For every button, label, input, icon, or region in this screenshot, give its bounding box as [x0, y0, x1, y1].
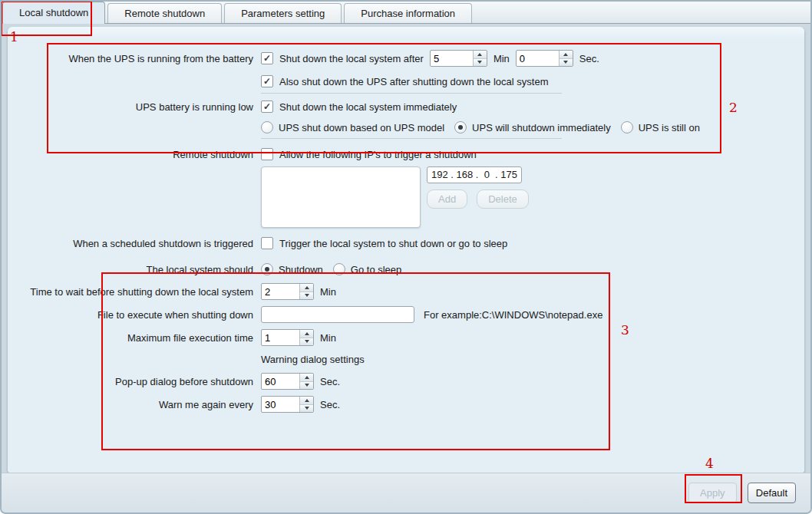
also-shutdown-row: ✓ Also shut down the UPS after shutting … — [8, 75, 804, 87]
tab-parameters-setting[interactable]: Parameters setting — [224, 3, 342, 23]
check-icon: ✓ — [263, 76, 271, 87]
footer-bar: Apply Default — [2, 473, 810, 512]
spin-down-icon[interactable] — [300, 292, 313, 300]
spin-up-icon[interactable] — [300, 284, 313, 292]
spin-up-icon[interactable] — [559, 51, 573, 58]
ups-behavior-radio-row: UPS shut down based on UPS model UPS wil… — [8, 121, 804, 133]
spin-down-icon[interactable] — [300, 338, 313, 346]
spin-up-icon[interactable] — [474, 51, 487, 58]
warning-header-row: Warning dialog settings — [8, 354, 804, 365]
file-example-hint: For example:C:\WINDOWS\notepad.exe — [424, 309, 602, 321]
ip-list-row: 192 . 168 . 0 . 175 Add Delete — [8, 166, 804, 228]
minutes-unit-label: Min — [493, 53, 510, 64]
radio-dot-icon — [265, 267, 269, 272]
ups-immediate-radio[interactable] — [454, 121, 467, 133]
also-shutdown-ups-label: Also shut down the UPS after shutting do… — [279, 76, 548, 87]
warn-again-row: Warn me again every Sec. — [8, 396, 804, 413]
shutdown-immediately-label: Shut down the local system immediately — [279, 101, 457, 113]
max-exec-unit-label: Min — [320, 332, 336, 344]
seconds-unit-label: Sec. — [579, 53, 599, 64]
popup-unit-label: Sec. — [320, 376, 340, 387]
allow-ip-checkbox[interactable] — [261, 148, 273, 160]
tab-local-shutdown[interactable]: Local shutdown — [2, 2, 105, 24]
ups-immediate-radio-label: UPS will shutdown immediately — [472, 122, 611, 133]
shutdown-immediately-checkbox[interactable]: ✓ — [261, 100, 273, 113]
popup-spinner — [261, 373, 314, 390]
battery-section-label: When the UPS is running from the battery — [8, 53, 261, 64]
ups-still-on-radio[interactable] — [621, 121, 633, 133]
spin-down-icon[interactable] — [559, 58, 573, 67]
spin-up-icon[interactable] — [300, 374, 313, 381]
tab-bar: Local shutdown Remote shutdown Parameter… — [2, 2, 810, 24]
system-should-label: The local system should — [8, 264, 261, 275]
wait-time-row: Time to wait before shutting down the lo… — [8, 283, 804, 300]
popup-dialog-label: Pop-up dialog before shutdown — [8, 376, 261, 387]
ip-address-field[interactable]: 192 . 168 . 0 . 175 — [427, 166, 522, 183]
spin-up-icon[interactable] — [300, 397, 313, 404]
warn-again-unit-label: Sec. — [320, 399, 340, 410]
scheduled-trigger-row: When a scheduled shutdown is triggered T… — [8, 237, 804, 249]
local-shutdown-panel: When the UPS is running from the battery… — [8, 27, 804, 473]
shutdown-radio-label: Shutdown — [279, 264, 323, 275]
warn-again-spinner — [261, 396, 314, 413]
file-execute-input[interactable] — [261, 306, 414, 323]
battery-low-section-label: UPS battery is running low — [8, 101, 261, 113]
spin-up-icon[interactable] — [300, 330, 313, 338]
battery-low-row: UPS battery is running low ✓ Shut down t… — [8, 100, 804, 113]
go-to-sleep-radio[interactable] — [333, 263, 345, 275]
ups-model-radio[interactable] — [261, 121, 273, 133]
check-icon: ✓ — [263, 101, 271, 112]
max-exec-spinner — [261, 329, 314, 346]
wait-time-input[interactable] — [262, 284, 299, 299]
separator — [261, 138, 562, 139]
warning-settings-header: Warning dialog settings — [261, 354, 365, 365]
app-window: Local shutdown Remote shutdown Parameter… — [0, 0, 812, 514]
go-to-sleep-radio-label: Go to sleep — [351, 264, 402, 275]
spin-down-icon[interactable] — [474, 58, 487, 67]
ups-model-radio-label: UPS shut down based on UPS model — [279, 122, 444, 133]
shutdown-after-checkbox[interactable]: ✓ — [261, 52, 273, 64]
seconds-spinner — [516, 50, 573, 67]
battery-shutdown-row: When the UPS is running from the battery… — [8, 50, 804, 67]
ups-still-on-radio-label: UPS is still on — [639, 122, 700, 133]
max-exec-label: Maximum file execution time — [8, 332, 261, 344]
trigger-local-label: Trigger the local system to shut down or… — [279, 238, 507, 249]
minutes-spinner — [430, 50, 487, 67]
max-exec-input[interactable] — [262, 330, 299, 345]
check-icon: ✓ — [263, 53, 271, 64]
radio-dot-icon — [458, 125, 463, 130]
remote-section-label: Remote shutdown — [8, 149, 261, 160]
minutes-input[interactable] — [431, 51, 473, 66]
spin-down-icon[interactable] — [300, 381, 313, 390]
popup-input[interactable] — [262, 374, 299, 389]
trigger-local-checkbox[interactable] — [261, 237, 273, 249]
file-execute-label: File to execute when shutting down — [8, 309, 261, 321]
max-exec-row: Maximum file execution time Min — [8, 329, 804, 346]
seconds-input[interactable] — [517, 51, 559, 66]
popup-dialog-row: Pop-up dialog before shutdown Sec. — [8, 373, 804, 390]
ip-listbox[interactable] — [261, 166, 421, 228]
warn-again-label: Warn me again every — [8, 399, 261, 410]
default-button[interactable]: Default — [748, 483, 796, 503]
delete-button[interactable]: Delete — [477, 189, 529, 209]
spin-down-icon[interactable] — [300, 404, 313, 413]
file-execute-row: File to execute when shutting down For e… — [8, 306, 804, 323]
shutdown-radio[interactable] — [261, 263, 273, 275]
shutdown-after-label: Shut down the local system after — [279, 53, 424, 64]
apply-button[interactable]: Apply — [688, 483, 737, 503]
warn-again-input[interactable] — [262, 397, 299, 412]
tab-purchase-information[interactable]: Purchase information — [344, 3, 472, 23]
allow-ip-label: Allow the following IP's to trigger a sh… — [279, 149, 477, 160]
tab-remote-shutdown[interactable]: Remote shutdown — [107, 3, 222, 23]
separator — [261, 93, 562, 94]
add-button[interactable]: Add — [427, 189, 467, 209]
scheduled-section-label: When a scheduled shutdown is triggered — [8, 238, 261, 249]
wait-time-spinner — [261, 283, 314, 300]
system-should-row: The local system should Shutdown Go to s… — [8, 263, 804, 275]
remote-shutdown-row: Remote shutdown Allow the following IP's… — [8, 148, 804, 160]
wait-time-unit-label: Min — [320, 286, 336, 298]
wait-time-label: Time to wait before shutting down the lo… — [8, 286, 261, 298]
also-shutdown-ups-checkbox[interactable]: ✓ — [261, 75, 273, 87]
